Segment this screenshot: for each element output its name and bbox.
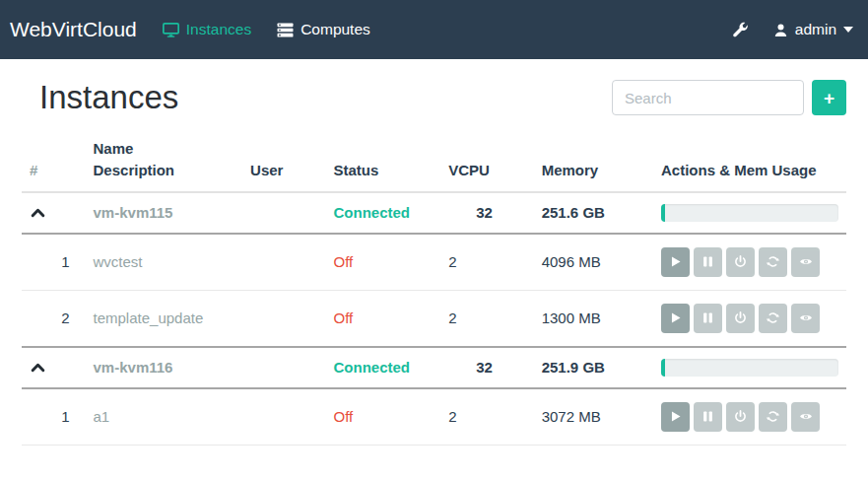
eye-icon <box>799 311 813 324</box>
vcpu-cell: 32 <box>440 192 534 234</box>
header-index: # <box>22 132 86 192</box>
play-icon <box>669 255 682 268</box>
host-name-link[interactable]: vm-kvm116 <box>94 359 173 376</box>
nav-item-instances[interactable]: Instances <box>163 21 251 38</box>
user-cell <box>242 234 325 291</box>
server-icon <box>277 23 294 37</box>
status-badge: Off <box>334 408 354 425</box>
memory-cell: 3072 MB <box>534 388 653 446</box>
play-icon <box>669 410 682 423</box>
status-badge: Off <box>334 309 354 326</box>
header-memory: Memory <box>534 132 653 192</box>
eye-icon <box>799 410 813 423</box>
instance-name-link[interactable]: a1 <box>94 408 110 425</box>
memory-cell: 4096 MB <box>534 234 653 291</box>
nav-item-computes[interactable]: Computes <box>277 21 370 38</box>
vcpu-cell: 2 <box>440 290 534 347</box>
instance-row: 1a1Off23072 MB <box>22 388 846 446</box>
header-user: User <box>242 132 325 192</box>
name-cell: a1 <box>86 388 243 446</box>
status-cell: Off <box>326 290 441 347</box>
eye-icon <box>799 255 813 268</box>
host-name-link[interactable]: vm-kvm115 <box>94 204 173 221</box>
refresh-icon <box>767 410 779 423</box>
instance-index: 1 <box>22 388 86 446</box>
mem-usage-bar-fill <box>661 359 665 377</box>
brand[interactable]: WebVirtCloud <box>10 18 137 41</box>
refresh-button <box>759 402 787 432</box>
instance-row: 1wvctestOff24096 MB <box>22 234 846 291</box>
power-button <box>726 402 755 432</box>
username-label: admin <box>795 21 836 38</box>
status-badge: Off <box>334 253 354 270</box>
mem-usage-bar <box>661 359 838 377</box>
collapse-toggle-chevron-up-icon[interactable] <box>30 207 45 218</box>
instance-row: 2template_updateOff21300 MB <box>22 290 846 347</box>
name-cell: wvctest <box>86 234 243 291</box>
toolbar: + <box>612 80 846 115</box>
instances-table: # Name Description User Status VCPU Memo… <box>22 132 846 446</box>
plus-icon: + <box>824 88 835 108</box>
user-icon <box>773 23 788 37</box>
header-name: Name Description <box>86 132 243 192</box>
pause-button <box>694 402 722 432</box>
page-title: Instances <box>39 79 178 116</box>
refresh-button <box>759 304 787 333</box>
actions-cell <box>653 234 846 291</box>
add-instance-button[interactable]: + <box>812 80 846 115</box>
status-cell: Off <box>326 234 441 291</box>
pause-icon <box>701 255 714 268</box>
pause-icon <box>701 311 714 324</box>
instances-table-wrap: # Name Description User Status VCPU Memo… <box>0 116 868 446</box>
refresh-button <box>759 247 787 277</box>
instance-index: 1 <box>22 234 86 291</box>
collapse-toggle-chevron-up-icon[interactable] <box>30 362 45 373</box>
page-header: Instances + <box>0 59 868 116</box>
wrench-icon[interactable] <box>732 22 749 38</box>
status-badge: Connected <box>334 359 411 376</box>
power-icon <box>734 410 747 423</box>
pause-button <box>694 247 722 277</box>
vcpu-cell: 32 <box>440 347 534 388</box>
power-icon <box>734 311 747 324</box>
mem-usage-bar <box>661 204 838 222</box>
status-cell: Connected <box>326 192 441 234</box>
play-button[interactable] <box>661 247 690 277</box>
header-actions: Actions & Mem Usage <box>653 132 846 192</box>
memory-cell: 251.9 GB <box>534 347 653 388</box>
table-header-row: # Name Description User Status VCPU Memo… <box>22 132 846 192</box>
power-icon <box>734 255 747 268</box>
instance-name-link[interactable]: wvctest <box>94 253 143 270</box>
mem-usage-cell <box>653 192 846 234</box>
navbar-right: admin <box>732 21 853 38</box>
index-cell <box>22 192 86 234</box>
user-cell <box>242 290 325 347</box>
eye-button <box>791 402 820 432</box>
instance-actions <box>661 247 838 277</box>
name-cell: vm-kvm116 <box>86 347 243 388</box>
refresh-icon <box>767 311 779 324</box>
status-badge: Connected <box>334 204 411 221</box>
user-menu[interactable]: admin <box>773 21 853 38</box>
vcpu-cell: 2 <box>440 234 534 291</box>
nav-item-label: Instances <box>186 21 251 38</box>
instance-name-link[interactable]: template_update <box>94 309 204 326</box>
actions-cell <box>653 290 846 347</box>
search-input[interactable] <box>612 80 804 115</box>
play-button[interactable] <box>661 402 690 432</box>
instance-index: 2 <box>22 290 86 347</box>
eye-button <box>791 247 820 277</box>
caret-down-icon <box>843 27 853 33</box>
memory-cell: 1300 MB <box>534 290 653 347</box>
eye-button <box>791 304 820 333</box>
vcpu-cell: 2 <box>440 388 534 446</box>
name-cell: template_update <box>86 290 243 347</box>
nav-item-label: Computes <box>300 21 370 38</box>
index-cell <box>22 347 86 388</box>
user-cell <box>242 347 325 388</box>
play-button[interactable] <box>661 304 690 333</box>
actions-cell <box>653 388 846 446</box>
power-button <box>726 304 755 333</box>
host-row: vm-kvm116Connected32251.9 GB <box>22 347 846 388</box>
mem-usage-cell <box>653 347 846 388</box>
